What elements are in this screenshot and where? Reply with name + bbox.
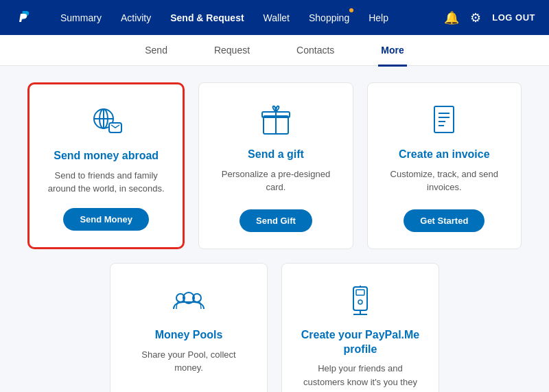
bell-icon[interactable]: 🔔 [444, 10, 459, 25]
card-invoice-title: Create an invoice [399, 148, 490, 162]
nav-shopping[interactable]: Shopping [301, 0, 358, 35]
shopping-dot [349, 8, 353, 12]
main-content: Send money abroad Send to friends and fa… [0, 66, 549, 392]
create-invoice-icon [426, 102, 462, 138]
subnav-send[interactable]: Send [142, 36, 170, 67]
paypalme-icon [342, 283, 378, 319]
send-gift-button[interactable]: Send Gift [240, 209, 312, 232]
card-send-abroad-title: Send money abroad [54, 149, 159, 163]
nav-wallet[interactable]: Wallet [255, 0, 298, 35]
logout-button[interactable]: LOG OUT [492, 12, 535, 23]
nav-send-request[interactable]: Send & Request [162, 0, 252, 35]
nav-help[interactable]: Help [360, 0, 397, 35]
svg-point-19 [358, 300, 362, 304]
gear-icon[interactable]: ⚙ [470, 10, 481, 25]
nav-summary[interactable]: Summary [52, 0, 110, 35]
card-paypalme-title: Create your PayPal.Me profile [299, 328, 422, 357]
nav-links: Summary Activity Send & Request Wallet S… [52, 0, 444, 35]
card-money-pools-title: Money Pools [155, 328, 223, 343]
cards-row-2: Money Pools Share your Pool, collect mon… [82, 263, 467, 392]
card-money-pools: Money Pools Share your Pool, collect mon… [110, 263, 268, 392]
card-paypalme-desc: Help your friends and customers know it'… [299, 362, 422, 392]
card-send-gift: Send a gift Personalize a pre-designed c… [198, 82, 353, 249]
card-money-pools-desc: Share your Pool, collect money. [127, 348, 250, 392]
card-send-abroad-desc: Send to friends and family around the wo… [46, 169, 166, 196]
card-create-invoice: Create an invoice Customize, track, and … [367, 82, 522, 249]
subnav-contacts[interactable]: Contacts [294, 36, 337, 67]
send-money-button[interactable]: Send Money [63, 208, 149, 231]
card-send-abroad: Send money abroad Send to friends and fa… [27, 82, 185, 249]
card-send-gift-desc: Personalize a pre-designed card. [215, 168, 336, 197]
cards-row-1: Send money abroad Send to friends and fa… [27, 82, 522, 249]
send-gift-icon [258, 102, 294, 138]
card-invoice-desc: Customize, track, and send invoices. [384, 168, 504, 197]
svg-rect-18 [356, 290, 364, 295]
svg-rect-9 [434, 106, 454, 132]
svg-rect-17 [353, 287, 367, 310]
money-pools-icon [171, 283, 207, 319]
nav-activity[interactable]: Activity [113, 0, 159, 35]
get-started-button[interactable]: Get Started [404, 209, 484, 232]
send-abroad-icon [89, 104, 124, 139]
nav-right: 🔔 ⚙ LOG OUT [444, 10, 535, 25]
paypal-logo[interactable] [14, 5, 52, 30]
card-paypalme: Create your PayPal.Me profile Help your … [281, 263, 439, 392]
card-send-gift-title: Send a gift [248, 148, 304, 162]
subnav-request[interactable]: Request [211, 36, 253, 67]
subnav-more[interactable]: More [378, 36, 406, 67]
top-nav: Summary Activity Send & Request Wallet S… [0, 0, 549, 35]
sub-nav: Send Request Contacts More [0, 35, 549, 66]
